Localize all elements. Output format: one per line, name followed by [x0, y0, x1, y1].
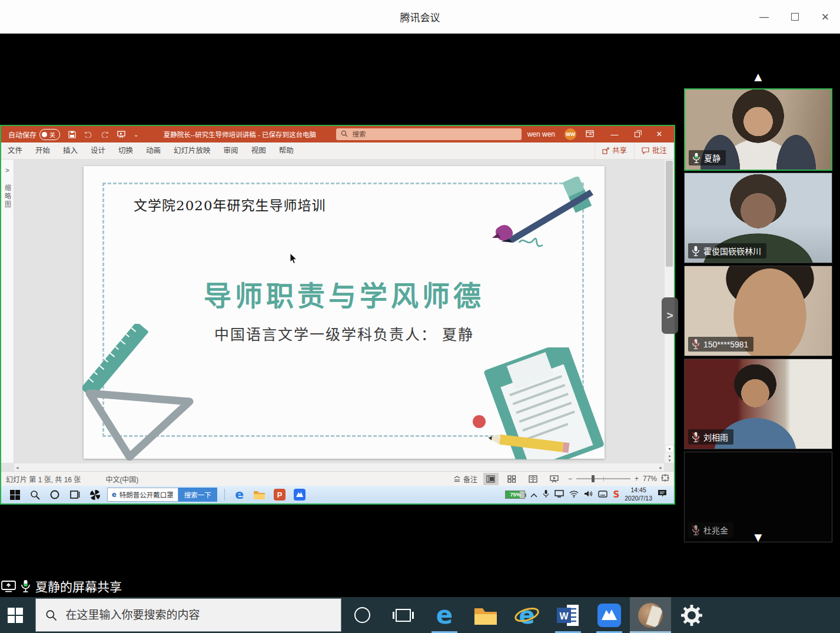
redo-icon[interactable]: [101, 131, 109, 138]
tab-file[interactable]: 文件: [1, 142, 29, 160]
language-indicator[interactable]: 中文(中国): [105, 474, 138, 484]
customize-toolbar-icon[interactable]: ⌄: [134, 131, 138, 138]
video-tile-150[interactable]: 150****5981: [684, 266, 832, 356]
shared-powerpoint-icon[interactable]: P: [270, 486, 290, 503]
tencent-meeting-button[interactable]: [589, 597, 630, 633]
search-icon: [45, 609, 57, 622]
tray-input-icon[interactable]: [598, 489, 607, 500]
ie-news-search-box[interactable]: e 特朗普公开戴口罩 搜索一下: [107, 488, 217, 502]
scrollbar-thumb[interactable]: [666, 161, 673, 267]
collapse-panel-button[interactable]: >: [662, 297, 678, 334]
ribbon-display-options-icon[interactable]: [586, 130, 594, 139]
tencent-meeting-icon: [597, 603, 622, 628]
shared-meeting-icon[interactable]: [290, 486, 310, 503]
tab-review[interactable]: 审阅: [217, 142, 245, 160]
horizontal-scrollbar[interactable]: ◂ ▸: [14, 463, 664, 471]
expand-thumbnails-icon[interactable]: >: [5, 167, 9, 174]
zoom-slider[interactable]: [576, 478, 630, 479]
start-button[interactable]: [0, 597, 31, 633]
edge-button[interactable]: e: [424, 597, 465, 633]
tab-insert[interactable]: 插入: [57, 142, 84, 160]
video-tile-liuxiangyu[interactable]: 刘相雨: [684, 359, 832, 449]
next-slide-button[interactable]: ▾: [669, 459, 671, 462]
pinwheel-app-icon[interactable]: [85, 486, 105, 503]
shared-search-icon[interactable]: [25, 486, 45, 503]
tray-volume-icon[interactable]: [584, 489, 593, 500]
zoom-out-button[interactable]: −: [568, 475, 572, 483]
fit-to-window-icon[interactable]: [661, 474, 669, 483]
word-button[interactable]: W: [547, 597, 589, 633]
ppt-search-box[interactable]: [336, 128, 522, 140]
tab-view[interactable]: 视图: [245, 142, 273, 160]
avatar[interactable]: WW: [565, 128, 576, 140]
thumbnails-panel-collapsed[interactable]: > 缩略图: [1, 160, 14, 463]
shared-edge-icon[interactable]: e: [230, 486, 250, 503]
tray-wifi-icon[interactable]: [569, 489, 579, 500]
comments-button[interactable]: 批注: [634, 142, 674, 160]
tencent-meeting-window: 腾讯会议 — × 自动保存 关: [0, 0, 840, 633]
ppt-search-input[interactable]: [352, 131, 517, 138]
tab-transitions[interactable]: 切换: [112, 142, 140, 160]
cortana-button[interactable]: [341, 597, 383, 633]
scroll-right-icon[interactable]: ▸: [659, 465, 662, 470]
tab-slideshow[interactable]: 幻灯片放映: [167, 142, 217, 160]
shared-desktop-taskbar: e 特朗普公开戴口罩 搜索一下 e P 75%: [1, 486, 674, 503]
slide-sorter-view-button[interactable]: [504, 473, 520, 485]
ppt-ribbon: 文件 开始 插入 设计 切换 动画 幻灯片放映 审阅 视图 帮助 共享: [1, 142, 674, 160]
reading-view-button[interactable]: [526, 473, 541, 485]
normal-view-button[interactable]: [483, 473, 499, 485]
save-icon[interactable]: [68, 131, 76, 138]
settings-button[interactable]: [671, 597, 712, 633]
shared-explorer-icon[interactable]: [250, 486, 270, 503]
slide-canvas[interactable]: 文学院2020年研究生导师培训 导师职责与学风师德 中国语言文学一级学科负责人：…: [84, 166, 605, 459]
taskbar-search-box[interactable]: [35, 598, 341, 632]
zoom-in-button[interactable]: +: [635, 475, 639, 483]
tab-home[interactable]: 开始: [29, 142, 57, 160]
file-explorer-button[interactable]: [465, 597, 506, 633]
account-name[interactable]: wen wen: [527, 130, 555, 138]
taskbar-search-input[interactable]: [65, 609, 331, 622]
video-tile-xiajing[interactable]: 夏静: [684, 88, 832, 171]
scroll-left-icon[interactable]: ◂: [16, 465, 19, 470]
tray-mic-icon[interactable]: [543, 489, 549, 501]
minimize-button[interactable]: —: [758, 11, 771, 24]
previous-slide-button[interactable]: ▴: [669, 455, 671, 458]
slideshow-view-button[interactable]: [547, 473, 562, 485]
share-button[interactable]: 共享: [595, 142, 634, 160]
slideshow-icon[interactable]: [117, 131, 125, 138]
maximize-button[interactable]: [788, 11, 801, 24]
clock[interactable]: 14:45 2020/7/13: [625, 486, 652, 502]
autosave-toggle[interactable]: 自动保存 关: [8, 129, 60, 140]
video-tile-huojunguo[interactable]: 霍俊国嵚嵚林川: [684, 173, 832, 263]
close-button[interactable]: ×: [819, 11, 832, 24]
tab-help[interactable]: 帮助: [273, 142, 300, 160]
tray-display-icon[interactable]: [555, 489, 564, 500]
scroll-participants-down-icon[interactable]: ▼: [752, 530, 765, 545]
notes-button[interactable]: 备注: [453, 474, 477, 484]
notification-center-icon[interactable]: [658, 489, 667, 500]
undo-icon[interactable]: [84, 131, 92, 138]
tray-expand-icon[interactable]: [530, 489, 537, 500]
zoom-level[interactable]: 77%: [643, 475, 657, 483]
news-headline[interactable]: 特朗普公开戴口罩: [119, 490, 174, 499]
video-tile-duzhaojin[interactable]: 杜兆金: [684, 452, 832, 542]
shared-taskview-icon[interactable]: [65, 486, 85, 503]
battery-indicator[interactable]: 75%: [505, 491, 525, 499]
scroll-participants-up-icon[interactable]: ▲: [752, 69, 765, 85]
scroll-down-icon[interactable]: ▾: [665, 445, 674, 453]
tab-design[interactable]: 设计: [84, 142, 112, 160]
active-app-button[interactable]: [630, 597, 671, 633]
internet-explorer-button[interactable]: e: [506, 597, 547, 633]
tab-animations[interactable]: 动画: [140, 142, 167, 160]
shared-start-button[interactable]: [5, 486, 25, 503]
sogou-input-icon[interactable]: S: [613, 489, 619, 500]
ppt-restore-button[interactable]: [626, 126, 648, 142]
ppt-minimize-button[interactable]: —: [603, 126, 626, 142]
cortana-icon[interactable]: [45, 486, 65, 503]
zoom-slider-thumb[interactable]: [592, 475, 595, 482]
ppt-close-button[interactable]: ×: [648, 126, 670, 142]
taskview-button[interactable]: [383, 597, 424, 633]
slide-title-text: 导师职责与学风师德: [84, 273, 605, 314]
search-go-button[interactable]: 搜索一下: [178, 488, 217, 502]
svg-text:P: P: [277, 491, 282, 499]
